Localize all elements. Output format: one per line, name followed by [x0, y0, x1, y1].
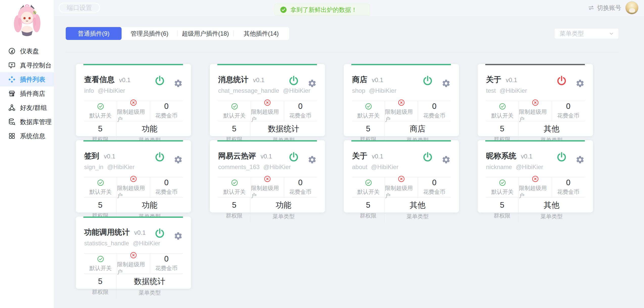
settings-button[interactable]: [442, 155, 451, 164]
sidebar-item[interactable]: 插件列表: [0, 72, 54, 86]
stat-label: 花费金币: [155, 188, 177, 196]
stat-limit-superuser: 限制超级用户: [385, 101, 418, 121]
select-placeholder: 菜单类型: [560, 30, 584, 38]
plugin-card: 消息统计 v0.1 chat_message_handle @HibiKier: [210, 64, 325, 136]
stat-label: 群权限: [494, 212, 511, 220]
sidebar-item[interactable]: 好友/群组: [0, 101, 54, 115]
stat-default-switch: 默认开关: [486, 177, 519, 197]
system-icon: [8, 132, 16, 140]
power-toggle-button[interactable]: [154, 151, 166, 163]
port-settings-button[interactable]: 端口设置: [59, 3, 100, 13]
settings-button[interactable]: [442, 79, 451, 88]
stat-value: 5: [366, 124, 370, 133]
switch-account-label: 切换账号: [597, 4, 621, 12]
stat-label: 限制超级用户: [117, 261, 150, 276]
plugin-version: v0.1: [104, 153, 115, 160]
stat-default-switch: 默认开关: [84, 101, 117, 121]
x-circle-icon: [130, 99, 137, 106]
switch-account-button[interactable]: 切换账号: [588, 4, 621, 12]
sidebar-item[interactable]: 插件商店: [0, 86, 54, 101]
plugin-author: @HibiKier: [516, 163, 543, 171]
tab-label: 普通插件(9): [78, 30, 109, 38]
gear-icon: [576, 79, 585, 88]
tab[interactable]: 其他插件(14): [233, 27, 289, 40]
check-circle-icon: [499, 179, 506, 186]
x-circle-icon: [264, 99, 271, 106]
card-header: 签到 v0.1 sign_in @HibiKier: [84, 140, 183, 171]
stat-menu-type: 其他 菜单类型: [518, 198, 585, 222]
stat-label: 花费金币: [155, 265, 177, 272]
stat-label: 默认开关: [491, 188, 514, 196]
stat-limit-superuser: 限制超级用户: [117, 101, 150, 121]
settings-button[interactable]: [174, 79, 183, 88]
stat-value: 其他: [544, 200, 559, 210]
power-toggle-button[interactable]: [556, 75, 567, 87]
card-accent-bar: [217, 140, 317, 141]
sidebar-item[interactable]: 仪表盘: [0, 44, 54, 58]
stat-label: 默认开关: [223, 112, 246, 120]
sidebar-item[interactable]: 数据库管理: [0, 115, 54, 129]
power-toggle-button[interactable]: [422, 151, 433, 163]
settings-button[interactable]: [308, 79, 317, 88]
stat-label: 花费金币: [423, 112, 445, 120]
power-icon: [154, 75, 166, 87]
card-header: 功能调用统计 v0.1 statistics_handle @HibiKier: [84, 217, 183, 247]
sidebar-item[interactable]: 真寻控制台: [0, 58, 54, 72]
stat-label: 限制超级用户: [251, 108, 284, 123]
plugin-title: 网易云热评: [218, 151, 256, 161]
plugin-author: @HibiKier: [133, 240, 160, 247]
menu-type-select[interactable]: 菜单类型: [554, 28, 619, 39]
toast-check-icon: [280, 6, 287, 13]
stat-label: 花费金币: [557, 188, 579, 196]
tab[interactable]: 管理员插件(6): [122, 27, 177, 40]
stat-value: 其他: [410, 200, 425, 210]
plugin-title: 关于: [486, 75, 501, 85]
power-toggle-button[interactable]: [154, 228, 166, 239]
plugin-title: 签到: [84, 151, 99, 161]
x-circle-icon: [398, 99, 405, 106]
plugin-version: v0.1: [372, 77, 383, 84]
power-icon: [288, 151, 300, 163]
sidebar-item-label: 数据库管理: [20, 118, 52, 126]
avatar[interactable]: [625, 1, 638, 14]
settings-button[interactable]: [576, 79, 585, 88]
tab[interactable]: 普通插件(9): [66, 27, 122, 40]
tab[interactable]: 超级用户插件(18): [177, 27, 233, 40]
power-toggle-button[interactable]: [422, 75, 433, 87]
stat-label: 限制超级用户: [117, 108, 150, 123]
stat-label: 菜单类型: [540, 213, 563, 220]
power-toggle-button[interactable]: [154, 75, 166, 87]
plugin-title: 查看信息: [84, 75, 114, 85]
stat-value: 数据统计: [268, 124, 299, 134]
plugin-title: 功能调用统计: [84, 227, 130, 238]
settings-button[interactable]: [308, 155, 317, 164]
power-toggle-button[interactable]: [556, 151, 567, 163]
stat-menu-type: 其他 菜单类型: [384, 198, 451, 222]
friends-icon: [8, 104, 16, 111]
stat-value: 5: [232, 124, 236, 133]
stat-value: 5: [98, 201, 102, 210]
x-circle-icon: [532, 99, 539, 106]
plugin-module: statistics_handle: [84, 240, 129, 247]
plugin-card: 网易云热评 v0.1 comments_163 @HibiKier: [210, 140, 325, 212]
sidebar-menu: 仪表盘 真寻控制台: [0, 44, 54, 143]
power-toggle-button[interactable]: [288, 151, 300, 163]
topbar-right: 切换账号: [588, 0, 638, 16]
settings-button[interactable]: [174, 155, 183, 164]
plugin-version: v0.1: [506, 77, 517, 84]
settings-button[interactable]: [174, 231, 183, 241]
stat-label: 群权限: [226, 212, 243, 220]
stat-cost-gold: 0 花费金币: [284, 101, 317, 121]
stat-default-switch: 默认开关: [218, 101, 251, 121]
plugin-author: @HibiKier: [263, 163, 291, 171]
power-toggle-button[interactable]: [288, 75, 300, 87]
settings-button[interactable]: [576, 155, 585, 164]
check-circle-icon: [97, 255, 104, 263]
stat-label: 限制超级用户: [519, 184, 551, 200]
stat-value: 功能: [142, 200, 157, 210]
stat-label: 限制超级用户: [385, 108, 418, 123]
plugin-title: 昵称系统: [486, 151, 516, 161]
stat-cost-gold: 0 花费金币: [552, 177, 585, 197]
sidebar-item[interactable]: 系统信息: [0, 129, 54, 143]
x-circle-icon: [264, 175, 271, 182]
